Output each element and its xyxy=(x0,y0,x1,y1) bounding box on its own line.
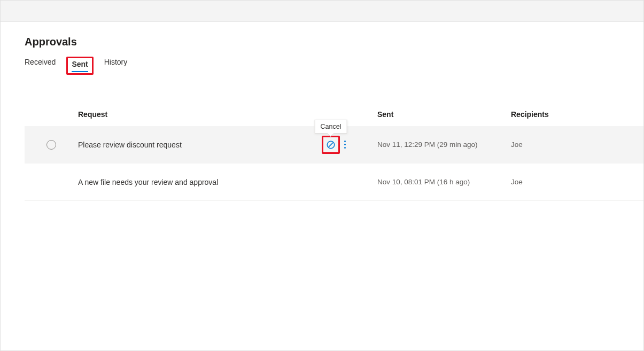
page-title: Approvals xyxy=(25,36,643,48)
tab-history[interactable]: History xyxy=(104,58,128,69)
cell-sent: Nov 11, 12:29 PM (29 min ago) xyxy=(377,141,511,149)
cell-request: Please review discount request xyxy=(78,141,324,149)
more-actions-button[interactable] xyxy=(343,139,347,150)
column-header-sent[interactable]: Sent xyxy=(377,110,511,119)
cell-recipients: Joe xyxy=(511,178,643,186)
cancel-icon[interactable] xyxy=(326,140,336,150)
column-header-request[interactable]: Request xyxy=(78,110,324,119)
tab-sent[interactable]: Sent xyxy=(72,60,88,72)
cell-sent: Nov 10, 08:01 PM (16 h ago) xyxy=(377,178,511,186)
cell-request: A new file needs your review and approva… xyxy=(78,178,324,186)
svg-line-1 xyxy=(329,142,333,146)
tabs-container: Received Sent History xyxy=(25,58,643,74)
main-content: Approvals Received Sent History Request … xyxy=(1,22,643,201)
cancel-button-wrap: Cancel xyxy=(324,138,338,152)
tab-received[interactable]: Received xyxy=(25,58,56,69)
row-select-cell xyxy=(25,140,78,150)
column-header-recipients[interactable]: Recipients xyxy=(511,110,643,119)
approvals-table: Request Sent Recipients Please review di… xyxy=(25,103,643,201)
tab-sent-highlight-wrap: Sent xyxy=(67,58,92,74)
select-radio[interactable] xyxy=(46,140,56,150)
table-row[interactable]: A new file needs your review and approva… xyxy=(25,163,643,201)
cancel-tooltip: Cancel xyxy=(315,120,347,134)
row-actions: Cancel xyxy=(324,138,377,152)
cell-recipients: Joe xyxy=(511,141,643,149)
table-row[interactable]: Please review discount request Cancel No… xyxy=(25,126,643,163)
top-bar xyxy=(1,1,643,22)
